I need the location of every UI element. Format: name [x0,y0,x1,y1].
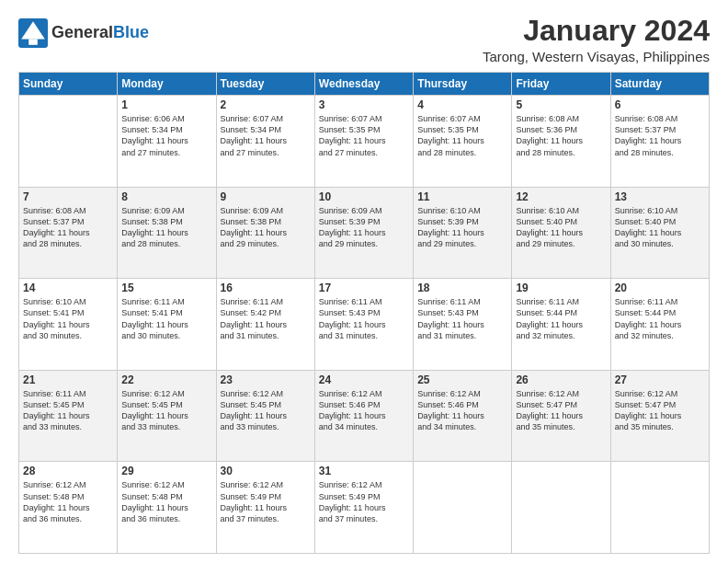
day-number: 23 [221,373,311,386]
day-number: 12 [516,190,606,203]
day-number: 21 [23,373,113,386]
calendar-cell: 22Sunrise: 6:12 AM Sunset: 5:45 PM Dayli… [118,370,216,462]
calendar-cell: 17Sunrise: 6:11 AM Sunset: 5:43 PM Dayli… [314,279,413,371]
day-info: Sunrise: 6:12 AM Sunset: 5:45 PM Dayligh… [121,388,211,433]
day-info: Sunrise: 6:11 AM Sunset: 5:43 PM Dayligh… [319,296,409,341]
day-number: 28 [23,465,113,477]
calendar-body: 1Sunrise: 6:06 AM Sunset: 5:34 PM Daylig… [19,96,710,554]
day-info: Sunrise: 6:12 AM Sunset: 5:46 PM Dayligh… [319,388,409,433]
day-info: Sunrise: 6:11 AM Sunset: 5:41 PM Dayligh… [121,296,211,341]
day-info: Sunrise: 6:10 AM Sunset: 5:40 PM Dayligh… [615,205,705,250]
day-number: 1 [121,98,211,111]
day-info: Sunrise: 6:07 AM Sunset: 5:34 PM Dayligh… [221,113,311,158]
calendar-cell: 8Sunrise: 6:09 AM Sunset: 5:38 PM Daylig… [118,187,216,279]
day-number: 18 [417,282,507,294]
day-info: Sunrise: 6:06 AM Sunset: 5:34 PM Dayligh… [121,113,211,158]
day-number: 19 [516,282,606,294]
day-number: 10 [319,190,409,203]
calendar-cell: 19Sunrise: 6:11 AM Sunset: 5:44 PM Dayli… [512,279,610,371]
calendar-cell: 10Sunrise: 6:09 AM Sunset: 5:39 PM Dayli… [314,187,413,279]
day-number: 13 [615,190,705,203]
day-number: 24 [319,373,409,386]
day-info: Sunrise: 6:10 AM Sunset: 5:41 PM Dayligh… [23,296,113,341]
day-number: 11 [417,190,507,203]
day-number: 7 [23,190,113,203]
day-info: Sunrise: 6:11 AM Sunset: 5:44 PM Dayligh… [516,296,606,341]
general-blue-icon [18,18,48,48]
calendar-cell: 30Sunrise: 6:12 AM Sunset: 5:49 PM Dayli… [216,462,314,554]
day-info: Sunrise: 6:10 AM Sunset: 5:39 PM Dayligh… [417,205,507,250]
day-info: Sunrise: 6:08 AM Sunset: 5:37 PM Dayligh… [23,205,113,250]
logo-blue: Blue [113,23,149,41]
day-info: Sunrise: 6:09 AM Sunset: 5:38 PM Dayligh… [121,205,211,250]
week-row-1: 1Sunrise: 6:06 AM Sunset: 5:34 PM Daylig… [19,96,710,188]
col-sunday: Sunday [19,73,118,96]
logo-general: General [51,23,113,41]
title-block: January 2024 Tarong, Western Visayas, Ph… [483,15,710,64]
col-wednesday: Wednesday [314,73,413,96]
day-info: Sunrise: 6:12 AM Sunset: 5:49 PM Dayligh… [319,479,409,524]
calendar-cell: 31Sunrise: 6:12 AM Sunset: 5:49 PM Dayli… [314,462,413,554]
logo: GeneralBlue [18,18,149,48]
day-info: Sunrise: 6:11 AM Sunset: 5:45 PM Dayligh… [23,388,113,433]
day-info: Sunrise: 6:12 AM Sunset: 5:48 PM Dayligh… [23,479,113,524]
day-number: 6 [615,98,705,111]
day-number: 5 [516,98,606,111]
calendar-cell: 21Sunrise: 6:11 AM Sunset: 5:45 PM Dayli… [19,370,118,462]
calendar-cell: 13Sunrise: 6:10 AM Sunset: 5:40 PM Dayli… [610,187,709,279]
svg-rect-2 [28,39,38,44]
calendar-cell [610,462,709,554]
day-number: 9 [221,190,311,203]
calendar-cell: 14Sunrise: 6:10 AM Sunset: 5:41 PM Dayli… [19,279,118,371]
page: GeneralBlue January 2024 Tarong, Western… [0,0,728,563]
day-number: 17 [319,282,409,294]
calendar-cell: 1Sunrise: 6:06 AM Sunset: 5:34 PM Daylig… [118,96,216,188]
calendar-cell: 25Sunrise: 6:12 AM Sunset: 5:46 PM Dayli… [414,370,512,462]
calendar-cell: 18Sunrise: 6:11 AM Sunset: 5:43 PM Dayli… [414,279,512,371]
main-title: January 2024 [483,15,710,47]
day-info: Sunrise: 6:12 AM Sunset: 5:46 PM Dayligh… [417,388,507,433]
header: GeneralBlue January 2024 Tarong, Western… [18,15,710,64]
calendar-cell: 27Sunrise: 6:12 AM Sunset: 5:47 PM Dayli… [610,370,709,462]
calendar-cell: 29Sunrise: 6:12 AM Sunset: 5:48 PM Dayli… [118,462,216,554]
calendar-cell: 7Sunrise: 6:08 AM Sunset: 5:37 PM Daylig… [19,187,118,279]
day-number: 29 [121,465,211,477]
day-number: 4 [417,98,507,111]
week-row-2: 7Sunrise: 6:08 AM Sunset: 5:37 PM Daylig… [19,187,710,279]
col-friday: Friday [512,73,610,96]
day-info: Sunrise: 6:09 AM Sunset: 5:39 PM Dayligh… [319,205,409,250]
day-info: Sunrise: 6:07 AM Sunset: 5:35 PM Dayligh… [319,113,409,158]
calendar-table: Sunday Monday Tuesday Wednesday Thursday… [18,72,710,554]
day-info: Sunrise: 6:11 AM Sunset: 5:43 PM Dayligh… [417,296,507,341]
day-info: Sunrise: 6:12 AM Sunset: 5:47 PM Dayligh… [615,388,705,433]
calendar-cell: 16Sunrise: 6:11 AM Sunset: 5:42 PM Dayli… [216,279,314,371]
day-number: 22 [121,373,211,386]
day-number: 20 [615,282,705,294]
day-number: 8 [121,190,211,203]
calendar-cell: 28Sunrise: 6:12 AM Sunset: 5:48 PM Dayli… [19,462,118,554]
calendar-cell [512,462,610,554]
day-info: Sunrise: 6:07 AM Sunset: 5:35 PM Dayligh… [417,113,507,158]
col-thursday: Thursday [414,73,512,96]
day-number: 27 [615,373,705,386]
calendar-cell [19,96,118,188]
day-number: 3 [319,98,409,111]
day-info: Sunrise: 6:12 AM Sunset: 5:47 PM Dayligh… [516,388,606,433]
calendar-cell: 2Sunrise: 6:07 AM Sunset: 5:34 PM Daylig… [216,96,314,188]
header-row: Sunday Monday Tuesday Wednesday Thursday… [19,73,710,96]
calendar-cell: 11Sunrise: 6:10 AM Sunset: 5:39 PM Dayli… [414,187,512,279]
subtitle: Tarong, Western Visayas, Philippines [483,49,710,64]
calendar-cell: 4Sunrise: 6:07 AM Sunset: 5:35 PM Daylig… [414,96,512,188]
day-info: Sunrise: 6:12 AM Sunset: 5:49 PM Dayligh… [221,479,311,524]
day-number: 15 [121,282,211,294]
day-number: 14 [23,282,113,294]
calendar-cell: 9Sunrise: 6:09 AM Sunset: 5:38 PM Daylig… [216,187,314,279]
col-saturday: Saturday [610,73,709,96]
day-number: 31 [319,465,409,477]
week-row-4: 21Sunrise: 6:11 AM Sunset: 5:45 PM Dayli… [19,370,710,462]
week-row-3: 14Sunrise: 6:10 AM Sunset: 5:41 PM Dayli… [19,279,710,371]
day-number: 2 [221,98,311,111]
calendar-cell [414,462,512,554]
day-info: Sunrise: 6:12 AM Sunset: 5:48 PM Dayligh… [121,479,211,524]
day-number: 26 [516,373,606,386]
